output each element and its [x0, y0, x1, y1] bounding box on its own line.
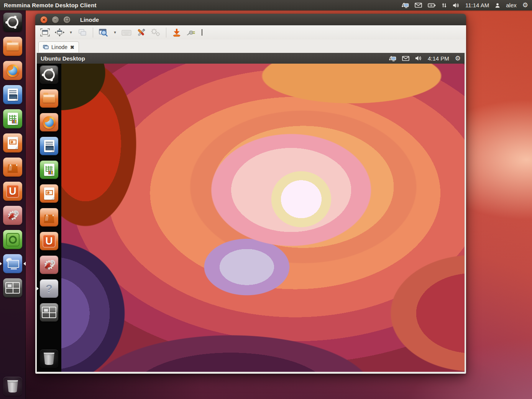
software-center-icon: [3, 158, 22, 177]
launcher-item-workspace-switcher[interactable]: [3, 278, 22, 297]
ubuntu-dash-icon: [3, 13, 22, 32]
launcher-item-ubuntu-one[interactable]: U: [3, 182, 22, 201]
remmina-window: ✕ − Linode ▾ ▾: [35, 14, 466, 374]
fit-window-menu-button[interactable]: ▾: [67, 27, 74, 38]
toolbar-separator: [166, 28, 166, 38]
scaled-mode-button[interactable]: [97, 27, 110, 38]
tab-linode[interactable]: Linode ✖: [38, 41, 79, 53]
launcher-item-home-folder[interactable]: [3, 37, 22, 56]
launcher-item-libreoffice-impress[interactable]: [3, 133, 22, 153]
remote-launcher-item-unknown-window[interactable]: ?: [40, 279, 58, 298]
libreoffice-calc-icon: [40, 161, 58, 179]
remote-top-panel: Ubuntu Desktop 4:14 PM ⚙: [37, 53, 465, 64]
minimize-button[interactable]: −: [52, 16, 59, 23]
host-username[interactable]: alex: [506, 2, 517, 8]
tab-close-icon[interactable]: ✖: [70, 44, 74, 50]
window-toolbar: ▾ ▾: [35, 25, 466, 40]
launcher-item-landscape[interactable]: [3, 230, 22, 249]
plugins-gears-button[interactable]: [149, 27, 162, 38]
launcher-item-remmina[interactable]: [3, 254, 22, 273]
remote-system-tray: 4:14 PM ⚙: [388, 55, 465, 62]
remote-screen[interactable]: Ubuntu Desktop 4:14 PM ⚙: [37, 53, 465, 372]
switch-tabs-button[interactable]: [76, 27, 89, 38]
battery-icon[interactable]: [428, 3, 436, 8]
remote-launcher-item-ubuntu-one[interactable]: U: [40, 232, 58, 250]
landscape-client-icon: [3, 230, 22, 249]
ubuntu-dash-icon: [40, 66, 58, 84]
launcher-item-firefox[interactable]: [3, 61, 22, 80]
remote-launcher-item-firefox[interactable]: [40, 113, 58, 131]
remmina-icon: [3, 254, 22, 273]
text-caret: [202, 29, 202, 36]
remote-desktop-indicator-icon[interactable]: [388, 56, 396, 61]
remote-launcher-item-libreoffice-writer[interactable]: [40, 137, 58, 155]
remote-launcher-item-libreoffice-impress[interactable]: [40, 184, 58, 203]
system-settings-icon: ⚙: [40, 256, 58, 274]
toolbar-separator: [93, 28, 93, 38]
volume-icon[interactable]: [453, 3, 460, 8]
running-indicator-arrow: [0, 262, 2, 266]
launcher-item-software-center[interactable]: [3, 158, 22, 177]
maximize-button[interactable]: [63, 16, 71, 23]
remote-active-app-title: Ubuntu Desktop: [37, 55, 85, 62]
remote-launcher-item-dash-home[interactable]: [40, 66, 58, 84]
close-button[interactable]: ✕: [40, 16, 48, 23]
window-title: Linode: [80, 16, 99, 23]
disconnect-plug-button[interactable]: [185, 27, 198, 38]
trash-icon: [3, 377, 22, 396]
firefox-icon: [3, 61, 22, 80]
volume-icon[interactable]: [415, 56, 422, 61]
remote-desktop-indicator-icon[interactable]: [401, 2, 409, 8]
remote-viewport-frame: Ubuntu Desktop 4:14 PM ⚙: [35, 53, 466, 374]
remote-clock[interactable]: 4:14 PM: [428, 55, 449, 62]
libreoffice-impress-icon: [40, 184, 58, 203]
remote-launcher-item-home-folder[interactable]: [40, 89, 58, 108]
home-folder-icon: [3, 37, 22, 56]
minimize-to-tray-button[interactable]: [170, 27, 183, 38]
home-folder-icon: [40, 89, 58, 108]
window-titlebar[interactable]: ✕ − Linode: [35, 14, 466, 26]
remote-desktop-wallpaper[interactable]: [61, 64, 465, 372]
remote-launcher-item-software-center[interactable]: [40, 208, 58, 227]
remote-launcher-item-workspace-switcher[interactable]: [40, 303, 58, 322]
grab-keyboard-button[interactable]: [120, 27, 133, 38]
screen: Remmina Remote Desktop Client 11:14 AM a…: [0, 0, 532, 399]
tab-monitor-icon: [43, 45, 49, 49]
launcher-item-system-settings[interactable]: ⚙: [3, 206, 22, 225]
host-top-panel: Remmina Remote Desktop Client 11:14 AM a…: [0, 0, 532, 10]
workspace-switcher-icon: [40, 303, 58, 322]
tools-button[interactable]: [135, 27, 148, 38]
host-launcher: U ⚙: [0, 10, 26, 399]
running-indicator-arrow: [37, 287, 39, 291]
remote-launcher: U ⚙ ?: [37, 64, 61, 372]
launcher-item-dash-home[interactable]: [3, 13, 22, 32]
software-center-icon: [40, 208, 58, 227]
libreoffice-impress-icon: [3, 133, 22, 153]
launcher-item-libreoffice-writer[interactable]: [3, 85, 22, 104]
libreoffice-writer-icon: [3, 85, 22, 104]
fullscreen-button[interactable]: [38, 27, 51, 38]
host-system-tray: 11:14 AM alex ⚙: [401, 2, 532, 8]
scaled-mode-menu-button[interactable]: ▾: [112, 27, 118, 38]
mail-icon[interactable]: [415, 3, 422, 8]
remote-launcher-item-system-settings[interactable]: ⚙: [40, 256, 58, 274]
sync-arrows-icon[interactable]: [442, 3, 447, 8]
mail-icon[interactable]: [402, 56, 409, 61]
ubuntu-one-icon: U: [40, 232, 58, 250]
firefox-icon: [40, 113, 58, 131]
session-gear-icon[interactable]: ⚙: [522, 2, 528, 8]
window-controls: ✕ −: [35, 16, 71, 23]
fit-window-button[interactable]: [53, 27, 66, 38]
launcher-item-trash[interactable]: [3, 377, 22, 396]
system-settings-icon: ⚙: [3, 206, 22, 225]
remote-launcher-item-trash[interactable]: [40, 350, 58, 368]
session-gear-icon[interactable]: ⚙: [455, 55, 461, 62]
host-clock[interactable]: 11:14 AM: [465, 2, 489, 8]
user-icon: [495, 3, 500, 8]
libreoffice-writer-icon: [40, 137, 58, 155]
focused-indicator-arrow: [23, 262, 26, 266]
remote-launcher-item-libreoffice-calc[interactable]: [40, 161, 58, 179]
launcher-item-libreoffice-calc[interactable]: [3, 109, 22, 128]
workspace-switcher-icon: [3, 278, 22, 297]
unknown-app-icon: ?: [40, 279, 58, 298]
